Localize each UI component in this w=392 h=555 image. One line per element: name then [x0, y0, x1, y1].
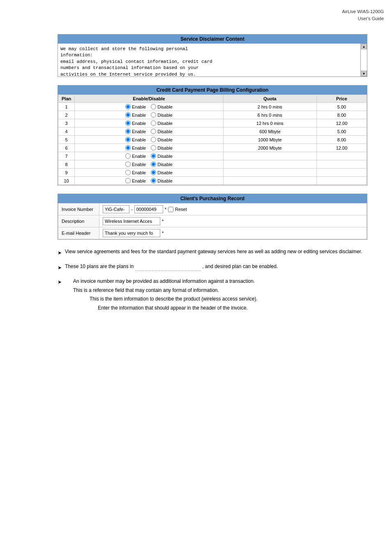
enable-radio-10[interactable]: Enable [125, 178, 146, 183]
disable-radio-10[interactable]: Disable [151, 178, 173, 183]
billing-row-7: 7EnableDisable [58, 152, 367, 160]
enable-radio-input-8[interactable] [125, 162, 131, 167]
enable-radio-input-1[interactable] [125, 104, 131, 109]
billing-row-8: 8EnableDisable [58, 160, 367, 169]
disable-radio-input-4[interactable] [151, 129, 156, 134]
disable-radio-input-10[interactable] [151, 178, 156, 183]
enable-radio-2[interactable]: Enable [125, 112, 146, 118]
arrow-icon-1: ➤ [58, 249, 62, 258]
price-cell-1: 5.00 [317, 103, 367, 111]
quota-cell-7 [223, 152, 316, 160]
enable-radio-9[interactable]: Enable [125, 170, 146, 175]
enable-radio-input-4[interactable] [125, 129, 131, 134]
quota-cell-1: 2 hrs 0 mins [223, 103, 316, 111]
disable-radio-2[interactable]: Disable [151, 112, 173, 118]
enable-radio-7[interactable]: Enable [125, 153, 146, 159]
disable-radio-input-3[interactable] [151, 120, 156, 126]
disable-radio-5[interactable]: Disable [151, 137, 173, 142]
reset-checkbox[interactable] [168, 207, 173, 212]
disable-radio-input-2[interactable] [151, 112, 156, 118]
bullet-3-content: An invoice number may be provided as add… [65, 277, 258, 312]
disable-radio-3[interactable]: Disable [151, 120, 173, 126]
enable-radio-4[interactable]: Enable [125, 129, 146, 134]
purchasing-title: Client's Purchasing Record [58, 194, 367, 203]
disable-radio-9[interactable]: Disable [151, 170, 173, 175]
plan-number-10: 10 [58, 177, 75, 185]
scroll-up-button[interactable]: ▲ [361, 44, 367, 49]
billing-row-3: 3EnableDisable12 hrs 0 mins12.00 [58, 119, 367, 127]
disable-radio-1[interactable]: Disable [151, 104, 173, 109]
disable-radio-8[interactable]: Disable [151, 162, 173, 167]
enable-radio-input-7[interactable] [125, 153, 131, 159]
quota-cell-2: 6 hrs 0 mins [223, 111, 316, 119]
page-header: AirLive WIAS-1200G User's Guide [8, 8, 384, 22]
disable-radio-input-6[interactable] [151, 145, 156, 150]
disclaimer-box: Service Disclaimer Content ▲ ▼ [58, 34, 367, 77]
quota-cell-8 [223, 160, 316, 169]
disclaimer-textarea[interactable] [58, 44, 360, 76]
enable-radio-input-6[interactable] [125, 145, 131, 150]
invoice-field-cell: - * Reset [99, 204, 367, 215]
enable-disable-cell-6: EnableDisable [75, 144, 223, 152]
enable-radio-1[interactable]: Enable [125, 104, 146, 109]
col-enable-disable: Enable/Disable [75, 95, 223, 103]
bullet-1-text: View service agreements and fees for the… [65, 248, 362, 256]
billing-row-10: 10EnableDisable [58, 177, 367, 185]
invoice-row: Invoice Number - * Reset [58, 204, 367, 215]
enable-radio-3[interactable]: Enable [125, 120, 146, 126]
disclaimer-scrollbar: ▲ ▼ [360, 44, 367, 76]
description-row: Description * [58, 215, 367, 227]
price-cell-7 [317, 152, 367, 160]
description-input[interactable] [103, 217, 160, 225]
billing-row-4: 4EnableDisable600 Mbyte5.00 [58, 127, 367, 136]
enable-radio-6[interactable]: Enable [125, 145, 146, 150]
plan-number-8: 8 [58, 160, 75, 169]
bullet-3-line4: Enter the information that should appear… [98, 304, 258, 313]
bullet-3-line3: This is the item information to describe… [90, 295, 258, 304]
enable-disable-cell-3: EnableDisable [75, 119, 223, 127]
disable-radio-input-8[interactable] [151, 162, 156, 167]
description-section: ➤ View service agreements and fees for t… [58, 248, 367, 313]
disable-radio-input-1[interactable] [151, 104, 156, 109]
price-cell-9 [317, 169, 367, 177]
billing-box: Credit Card Payment Page Billing Configu… [58, 85, 367, 185]
plan-number-6: 6 [58, 144, 75, 152]
guide-title: User's Guide [358, 16, 384, 21]
disable-radio-input-5[interactable] [151, 137, 156, 142]
disable-radio-4[interactable]: Disable [151, 129, 173, 134]
enable-radio-input-2[interactable] [125, 112, 131, 118]
enable-radio-8[interactable]: Enable [125, 162, 146, 167]
enable-disable-cell-8: EnableDisable [75, 160, 223, 169]
enable-radio-input-10[interactable] [125, 178, 131, 183]
bullet-2-text: These 10 plans are the plans in , and de… [65, 263, 278, 271]
bullet-2: ➤ These 10 plans are the plans in , and … [58, 263, 367, 273]
arrow-icon-2: ➤ [58, 264, 62, 273]
col-plan: Plan [58, 95, 75, 103]
enable-radio-5[interactable]: Enable [125, 137, 146, 142]
enable-radio-input-5[interactable] [125, 137, 131, 142]
invoice-number-input[interactable] [134, 205, 163, 213]
col-price: Price [317, 95, 367, 103]
email-header-input[interactable] [103, 229, 160, 237]
invoice-prefix-input[interactable] [103, 205, 129, 213]
quota-cell-6: 2000 Mbyte [223, 144, 316, 152]
arrow-icon-3: ➤ [58, 278, 62, 287]
plan-number-1: 1 [58, 103, 75, 111]
plan-number-7: 7 [58, 152, 75, 160]
plan-number-5: 5 [58, 136, 75, 144]
enable-disable-cell-1: EnableDisable [75, 103, 223, 111]
reset-label: Reset [175, 207, 187, 212]
bullet-2-gap [135, 263, 201, 271]
bullet-3-line1: An invoice number may be provided as add… [73, 277, 258, 286]
disclaimer-title: Service Disclaimer Content [58, 35, 367, 44]
billing-title: Credit Card Payment Page Billing Configu… [58, 86, 367, 95]
disable-radio-input-9[interactable] [151, 170, 156, 175]
disable-radio-6[interactable]: Disable [151, 145, 173, 150]
scroll-down-button[interactable]: ▼ [361, 71, 367, 76]
quota-cell-10 [223, 177, 316, 185]
bullet-2-suffix: , and desired plan can be enabled. [202, 264, 278, 269]
disable-radio-7[interactable]: Disable [151, 153, 173, 159]
enable-radio-input-9[interactable] [125, 170, 131, 175]
disable-radio-input-7[interactable] [151, 153, 156, 159]
enable-radio-input-3[interactable] [125, 120, 131, 126]
